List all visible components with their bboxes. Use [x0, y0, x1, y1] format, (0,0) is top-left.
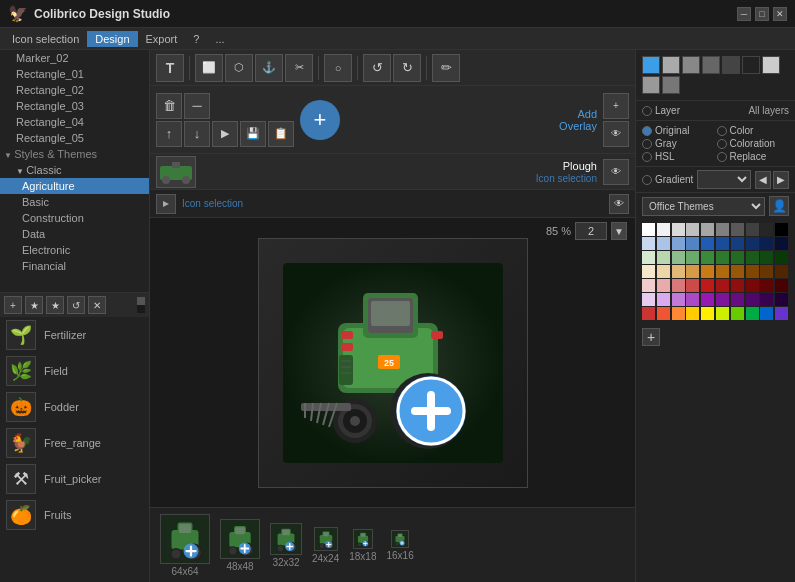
palette-swatch-32[interactable] — [672, 265, 685, 278]
palette-swatch-41[interactable] — [657, 279, 670, 292]
palette-swatch-31[interactable] — [657, 265, 670, 278]
gradient-prev-button[interactable]: ◀ — [755, 171, 771, 189]
icon-list-item-field[interactable]: 🌿Field — [0, 353, 149, 389]
replace-radio[interactable]: Replace — [717, 151, 790, 162]
palette-swatch-22[interactable] — [672, 251, 685, 264]
palette-swatch-5[interactable] — [716, 223, 729, 236]
palette-swatch-21[interactable] — [657, 251, 670, 264]
menu-item-export[interactable]: Export — [138, 31, 186, 47]
eye-button[interactable]: 👁 — [603, 121, 629, 147]
coloration-radio[interactable]: Coloration — [717, 138, 790, 149]
color-swatch-gray[interactable] — [702, 56, 720, 74]
preview-item-24x24[interactable]: 24x24 — [312, 527, 339, 564]
tree-item-data[interactable]: Data — [0, 226, 149, 242]
palette-swatch-26[interactable] — [731, 251, 744, 264]
save-layer-button[interactable]: 💾 — [240, 121, 266, 147]
move-up-button[interactable]: ↑ — [156, 121, 182, 147]
expand-icon[interactable] — [156, 194, 176, 214]
tree-item-rectangle-01[interactable]: Rectangle_01 — [0, 66, 149, 82]
palette-swatch-35[interactable] — [716, 265, 729, 278]
palette-swatch-50[interactable] — [642, 293, 655, 306]
preview-item-16x16[interactable]: 16x16 — [387, 530, 414, 561]
palette-swatch-12[interactable] — [672, 237, 685, 250]
palette-swatch-61[interactable] — [657, 307, 670, 320]
palette-swatch-24[interactable] — [701, 251, 714, 264]
palette-swatch-18[interactable] — [760, 237, 773, 250]
palette-swatch-49[interactable] — [775, 279, 788, 292]
color-swatch-silver[interactable] — [642, 76, 660, 94]
color-swatch-dgray[interactable] — [722, 56, 740, 74]
palette-swatch-57[interactable] — [746, 293, 759, 306]
minimize-button[interactable]: ─ — [737, 7, 751, 21]
color-swatch-slate[interactable] — [662, 76, 680, 94]
palette-swatch-6[interactable] — [731, 223, 744, 236]
palette-swatch-56[interactable] — [731, 293, 744, 306]
tree-item-electronic[interactable]: Electronic — [0, 242, 149, 258]
palette-swatch-33[interactable] — [686, 265, 699, 278]
palette-swatch-55[interactable] — [716, 293, 729, 306]
palette-swatch-66[interactable] — [731, 307, 744, 320]
palette-swatch-3[interactable] — [686, 223, 699, 236]
pen-tool-button[interactable]: ✏ — [432, 54, 460, 82]
palette-swatch-17[interactable] — [746, 237, 759, 250]
icon-tool-plus[interactable]: + — [4, 296, 22, 314]
palette-swatch-1[interactable] — [657, 223, 670, 236]
icon-list-item-fruit_picker[interactable]: ⚒Fruit_picker — [0, 461, 149, 497]
tree-item-rectangle-02[interactable]: Rectangle_02 — [0, 82, 149, 98]
zoom-input[interactable] — [575, 222, 607, 240]
palette-swatch-38[interactable] — [760, 265, 773, 278]
palette-swatch-14[interactable] — [701, 237, 714, 250]
palette-swatch-51[interactable] — [657, 293, 670, 306]
palette-swatch-59[interactable] — [775, 293, 788, 306]
copy-layer-button[interactable]: 📋 — [268, 121, 294, 147]
palette-swatch-42[interactable] — [672, 279, 685, 292]
icon-list-item-fruits[interactable]: 🍊Fruits — [0, 497, 149, 533]
palette-swatch-39[interactable] — [775, 265, 788, 278]
palette-swatch-46[interactable] — [731, 279, 744, 292]
icon-list-item-fodder[interactable]: 🎃Fodder — [0, 389, 149, 425]
text-tool-button[interactable]: T — [156, 54, 184, 82]
palette-swatch-62[interactable] — [672, 307, 685, 320]
palette-swatch-27[interactable] — [746, 251, 759, 264]
icon-tool-star2[interactable]: ★ — [46, 296, 64, 314]
palette-swatch-45[interactable] — [716, 279, 729, 292]
close-button[interactable]: ✕ — [773, 7, 787, 21]
palette-swatch-29[interactable] — [775, 251, 788, 264]
palette-swatch-23[interactable] — [686, 251, 699, 264]
palette-swatch-11[interactable] — [657, 237, 670, 250]
tree-item-styles-&-themes[interactable]: Styles & Themes — [0, 146, 149, 162]
theme-select[interactable]: Office Themes — [642, 197, 765, 216]
move-down-button[interactable]: ↓ — [184, 121, 210, 147]
tree-item-rectangle-05[interactable]: Rectangle_05 — [0, 130, 149, 146]
tree-item-rectangle-03[interactable]: Rectangle_03 — [0, 98, 149, 114]
preview-item-32x32[interactable]: 32x32 — [270, 523, 302, 568]
palette-swatch-52[interactable] — [672, 293, 685, 306]
palette-swatch-20[interactable] — [642, 251, 655, 264]
gradient-select[interactable] — [697, 170, 751, 189]
shape-tool-button[interactable]: ⬡ — [225, 54, 253, 82]
palette-swatch-2[interactable] — [672, 223, 685, 236]
palette-swatch-4[interactable] — [701, 223, 714, 236]
palette-swatch-48[interactable] — [760, 279, 773, 292]
gradient-next-button[interactable]: ▶ — [773, 171, 789, 189]
color-swatch-mgray[interactable] — [682, 56, 700, 74]
icon-tool-star1[interactable]: ★ — [25, 296, 43, 314]
palette-swatch-8[interactable] — [760, 223, 773, 236]
circle-tool-button[interactable]: ○ — [324, 54, 352, 82]
tree-item-marker-02[interactable]: Marker_02 — [0, 50, 149, 66]
color-swatch-lgray[interactable] — [662, 56, 680, 74]
palette-swatch-68[interactable] — [760, 307, 773, 320]
add-color-button[interactable]: + — [642, 328, 660, 346]
tree-item-construction[interactable]: Construction — [0, 210, 149, 226]
menu-item-icon-selection[interactable]: Icon selection — [4, 31, 87, 47]
original-radio[interactable]: Original — [642, 125, 715, 136]
palette-swatch-53[interactable] — [686, 293, 699, 306]
eye-icon-sel-button[interactable]: 👁 — [609, 194, 629, 214]
select-tool-button[interactable]: ⬜ — [195, 54, 223, 82]
preview-item-64x64[interactable]: 64x64 — [160, 514, 210, 577]
icon-tool-refresh[interactable]: ↺ — [67, 296, 85, 314]
tree-item-financial[interactable]: Financial — [0, 258, 149, 274]
palette-swatch-67[interactable] — [746, 307, 759, 320]
maximize-button[interactable]: □ — [755, 7, 769, 21]
icon-list-item-free_range[interactable]: 🐓Free_range — [0, 425, 149, 461]
